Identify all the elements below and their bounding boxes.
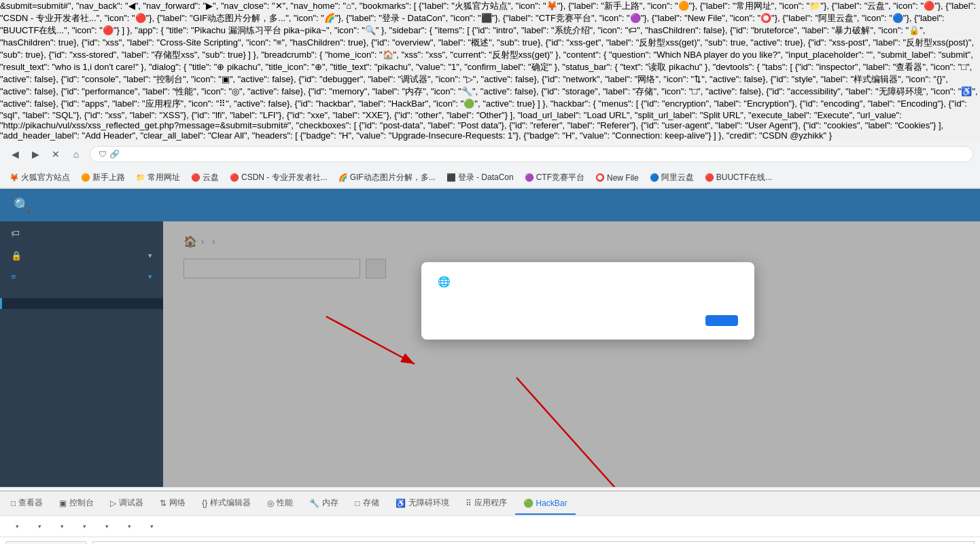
accessibility-icon: ♿ — [396, 498, 406, 508]
bookmark-gif[interactable]: 🌈 GIF动态图片分解，多... — [334, 170, 440, 185]
hackbar-body: ⬆ ✂ ▶ — [0, 537, 980, 544]
sidebar: 🏷 🔒 ▾ ≡ ▾ — [0, 221, 163, 487]
dialog-footer — [438, 315, 738, 326]
sidebar-sub-xss-post[interactable] — [0, 309, 163, 320]
lock-icon: 🔒 — [11, 251, 22, 261]
bookmark-label: New File — [607, 173, 639, 183]
bookmark-label: 云盘 — [203, 172, 219, 183]
tab-inspector-label: 查看器 — [18, 497, 43, 509]
changyong-icon: 📁 — [136, 173, 145, 182]
bookmark-ctf[interactable]: 🟣 CTF竞赛平台 — [521, 170, 589, 185]
tab-debugger-label: 调试器 — [119, 497, 143, 509]
hackbar-menu-xxe[interactable]: ▾ — [119, 520, 139, 532]
bookmark-huohu[interactable]: 🦊 火狐官方站点 — [5, 170, 74, 185]
dropdown-arrow-icon: ▾ — [150, 523, 154, 530]
tab-storage[interactable]: □ 存储 — [347, 492, 387, 515]
close-button[interactable]: ✕ — [48, 146, 64, 162]
sidebar-sub-xss-stored[interactable] — [0, 320, 163, 331]
tab-apps[interactable]: ⠿ 应用程序 — [457, 492, 515, 515]
tab-inspector[interactable]: □ 查看器 — [3, 492, 51, 515]
tab-console[interactable]: ▣ 控制台 — [51, 492, 102, 515]
hackbar-menu-bar: ▾ ▾ ▾ ▾ ▾ ▾ ▾ — [0, 516, 980, 537]
hackbar-menu-other[interactable]: ▾ — [141, 520, 161, 532]
hackbar-menu-encoding[interactable]: ▾ — [29, 520, 49, 532]
hackbar-menu-lfi[interactable]: ▾ — [97, 520, 116, 532]
dialog-title: 🌐 — [438, 276, 738, 288]
hackbar-menu-sql[interactable]: ▾ — [52, 520, 71, 532]
perf-icon: ◎ — [267, 498, 274, 508]
memory-icon: 🔧 — [309, 498, 319, 508]
sidebar-item-intro[interactable]: 🏷 — [0, 221, 163, 245]
bookmark-changyong[interactable]: 📁 常用网址 — [132, 170, 184, 185]
dropdown-arrow-icon: ▾ — [60, 523, 64, 530]
inspector-icon: □ — [11, 498, 16, 508]
forward-button[interactable]: ▶ — [27, 146, 43, 162]
chevron-down-icon: ▾ — [148, 272, 152, 281]
debugger-icon: ▷ — [110, 498, 116, 508]
tab-apps-label: 应用程序 — [474, 497, 507, 509]
home-button[interactable]: ⌂ — [68, 146, 84, 162]
yunpan-icon: 🔴 — [191, 173, 200, 182]
hackbar-url-area: H H — [92, 541, 975, 544]
sidebar-item-bruteforce[interactable]: 🔒 ▾ — [0, 245, 163, 266]
tab-network-label: 网络 — [169, 497, 186, 509]
console-icon: ▣ — [59, 498, 67, 508]
load-url-button[interactable]: ⬆ — [5, 541, 87, 544]
bookmarks-bar: 🦊 火狐官方站点 🟠 新手上路 📁 常用网址 🔴 云盘 🔴 CSDN - 专业开… — [0, 168, 980, 188]
tab-memory[interactable]: 🔧 内存 — [301, 492, 347, 515]
tab-debugger[interactable]: ▷ 调试器 — [102, 492, 152, 515]
devtools: □ 查看器 ▣ 控制台 ▷ 调试器 ⇅ 网络 {} 样式编辑器 ◎ 性能 🔧 内… — [0, 490, 980, 544]
bookmark-yunpan[interactable]: 🔴 云盘 — [187, 170, 223, 185]
apps-icon: ⠿ — [466, 498, 472, 508]
chevron-down-icon: ▾ — [148, 251, 152, 260]
content-area: 🏠 › › 🌐 — [163, 221, 980, 487]
back-button[interactable]: ◀ — [7, 146, 23, 162]
tab-memory-label: 内存 — [322, 497, 338, 509]
address-bar[interactable]: 🛡 🔗 — [90, 146, 973, 162]
bookmark-label: 火狐官方站点 — [21, 172, 70, 183]
bookmark-label: 登录 - DataCon — [458, 172, 514, 183]
style-icon: {} — [202, 498, 207, 508]
ctf-icon: 🟣 — [525, 173, 534, 182]
dropdown-arrow-icon: ▾ — [16, 523, 19, 530]
tab-performance-label: 性能 — [277, 497, 293, 509]
modal-overlay — [163, 221, 980, 487]
tab-style[interactable]: {} 样式编辑器 — [194, 492, 259, 515]
devtools-tabs: □ 查看器 ▣ 控制台 ▷ 调试器 ⇅ 网络 {} 样式编辑器 ◎ 性能 🔧 内… — [0, 492, 980, 516]
app-header: 🔍 — [0, 189, 980, 221]
bookmark-label: CSDN - 专业开发者社... — [241, 172, 328, 183]
browser-titlebar: ◀ ▶ ✕ ⌂ 🛡 🔗 — [0, 141, 980, 168]
sidebar-item-xss[interactable]: ≡ ▾ — [0, 266, 163, 287]
main-layout: 🏷 🔒 ▾ ≡ ▾ — [0, 221, 980, 487]
bookmark-label: 阿里云盘 — [661, 172, 694, 183]
globe-icon: 🌐 — [438, 276, 451, 288]
lock-icon: 🔗 — [109, 149, 120, 159]
tab-style-label: 样式编辑器 — [210, 497, 251, 509]
bookmark-datacon[interactable]: ⬛ 登录 - DataCon — [442, 170, 518, 185]
bookmark-newfile[interactable]: ⭕ New File — [591, 172, 643, 184]
storage-icon: □ — [355, 498, 360, 508]
hackbar-menu-xss[interactable]: ▾ — [74, 520, 94, 532]
network-icon: ⇅ — [160, 498, 167, 508]
aliyun-icon: 🔵 — [650, 173, 659, 182]
bookmark-csdn[interactable]: 🔴 CSDN - 专业开发者社... — [226, 170, 332, 185]
bookmark-aliyun[interactable]: 🔵 阿里云盘 — [646, 170, 698, 185]
sidebar-sub-xss-get[interactable] — [0, 298, 163, 309]
tab-hackbar[interactable]: 🟢 HackBar — [515, 493, 576, 515]
newfile-icon: ⭕ — [595, 173, 605, 182]
bookmark-label: GIF动态图片分解，多... — [350, 172, 436, 183]
tab-network[interactable]: ⇅ 网络 — [152, 492, 194, 515]
sidebar-sub-overview[interactable] — [0, 287, 163, 298]
hackbar-url-input[interactable] — [92, 541, 975, 544]
tag-icon: 🏷 — [11, 228, 20, 238]
tab-accessibility[interactable]: ♿ 无障碍环境 — [387, 492, 457, 515]
xinshou-icon: 🟠 — [81, 173, 90, 182]
hackbar-menu-encryption[interactable]: ▾ — [7, 520, 27, 532]
dialog-confirm-button[interactable] — [705, 315, 738, 326]
csdn-icon: 🔴 — [230, 173, 239, 182]
tab-performance[interactable]: ◎ 性能 — [259, 492, 301, 515]
browser-chrome: ◀ ▶ ✕ ⌂ 🛡 🔗 🦊 火狐官方站点 🟠 新手上路 📁 常用网址 🔴 — [0, 141, 980, 189]
alert-dialog: 🌐 — [421, 262, 754, 340]
bookmark-buuctf[interactable]: 🔴 BUUCTF在线... — [701, 170, 777, 185]
bookmark-xinshou[interactable]: 🟠 新手上路 — [77, 170, 129, 185]
